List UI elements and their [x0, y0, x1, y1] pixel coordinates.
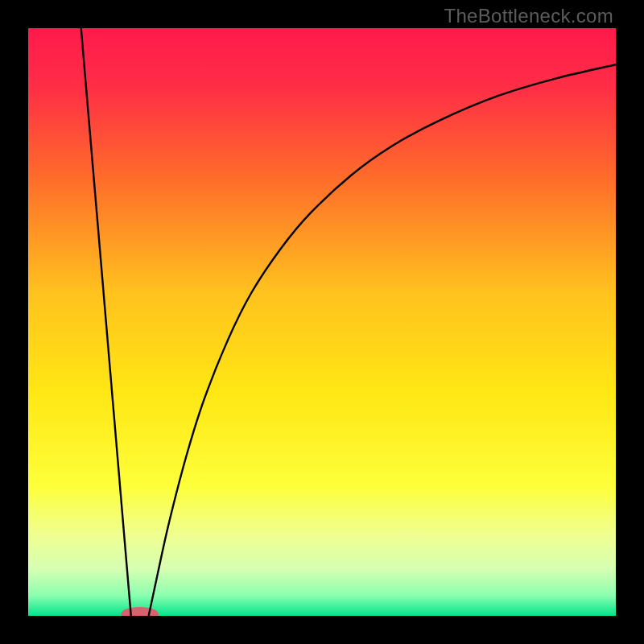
plot-area: [28, 28, 616, 616]
gradient-background: [28, 28, 616, 616]
watermark-text: TheBottleneck.com: [444, 5, 613, 27]
chart-frame: TheBottleneck.com: [0, 0, 644, 644]
chart-svg: [28, 28, 616, 616]
